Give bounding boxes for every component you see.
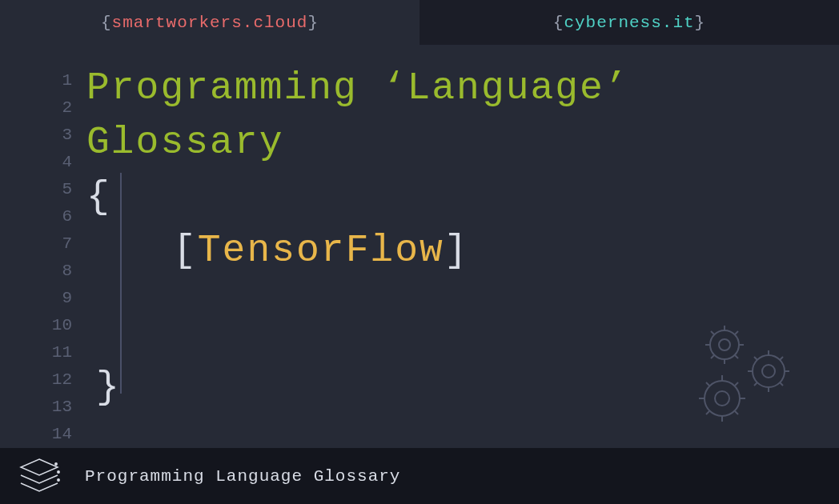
svg-line-16: [754, 357, 757, 360]
tab-label-left: smartworkers.cloud: [112, 14, 308, 32]
code-editor: 1 2 3 4 5 6 7 8 9 10 11 12 13 14 Program…: [0, 45, 839, 448]
svg-point-31: [55, 463, 57, 465]
svg-line-28: [706, 411, 709, 414]
svg-point-1: [719, 339, 730, 350]
tab-smartworkers[interactable]: {smartworkers.cloud}: [0, 0, 420, 45]
svg-point-33: [58, 479, 59, 481]
line-number: 4: [0, 149, 72, 176]
svg-line-17: [780, 382, 783, 386]
line-number: 3: [0, 122, 72, 149]
brace-left-icon: {: [553, 14, 564, 32]
svg-point-20: [705, 381, 740, 416]
line-number: 13: [0, 394, 72, 421]
glossary-term: [TensorFlow]: [173, 237, 469, 264]
brace-right-icon: }: [695, 14, 706, 32]
svg-marker-30: [21, 459, 58, 475]
line-number: 7: [0, 230, 72, 258]
svg-point-0: [710, 330, 739, 359]
indent-guide: [120, 173, 122, 394]
footer-label: Programming Language Glossary: [85, 467, 400, 486]
svg-line-9: [735, 331, 738, 334]
line-number: 14: [0, 421, 72, 448]
svg-point-32: [58, 471, 59, 473]
brace-right-icon: }: [307, 14, 319, 32]
tab-bar: {smartworkers.cloud} {cyberness.it}: [0, 0, 839, 45]
open-brace: {: [86, 170, 839, 224]
svg-point-11: [762, 365, 775, 378]
line-number: 12: [0, 366, 72, 394]
layers-icon: [18, 454, 61, 498]
line-number: 5: [0, 176, 72, 203]
bracket-left-icon: [: [173, 229, 198, 272]
bracket-right-icon: ]: [444, 229, 469, 272]
term-text: TensorFlow: [198, 229, 444, 272]
tab-label-right: cyberness.it: [564, 14, 694, 32]
svg-line-19: [780, 357, 783, 360]
line-number: 6: [0, 203, 72, 230]
line-number: 8: [0, 258, 72, 285]
line-number: 2: [0, 94, 72, 122]
tab-cyberness[interactable]: {cyberness.it}: [420, 0, 839, 45]
svg-line-29: [735, 382, 738, 386]
glossary-title: Programming ‘Language’ Glossary: [86, 61, 839, 170]
line-number: 11: [0, 339, 72, 366]
line-number: 9: [0, 285, 72, 312]
svg-line-27: [735, 411, 738, 414]
line-number: 1: [0, 67, 72, 94]
svg-line-26: [706, 382, 709, 386]
brace-left-icon: {: [101, 14, 112, 32]
svg-line-18: [754, 382, 757, 386]
svg-line-6: [711, 331, 714, 334]
gears-icon: [688, 325, 801, 429]
line-number: 10: [0, 312, 72, 339]
svg-point-21: [715, 391, 729, 406]
line-number-gutter: 1 2 3 4 5 6 7 8 9 10 11 12 13 14: [0, 45, 86, 448]
footer-bar: Programming Language Glossary: [0, 448, 839, 504]
svg-line-8: [711, 355, 714, 358]
code-area: Programming ‘Language’ Glossary { [Tenso…: [86, 45, 839, 448]
svg-line-7: [735, 355, 738, 358]
